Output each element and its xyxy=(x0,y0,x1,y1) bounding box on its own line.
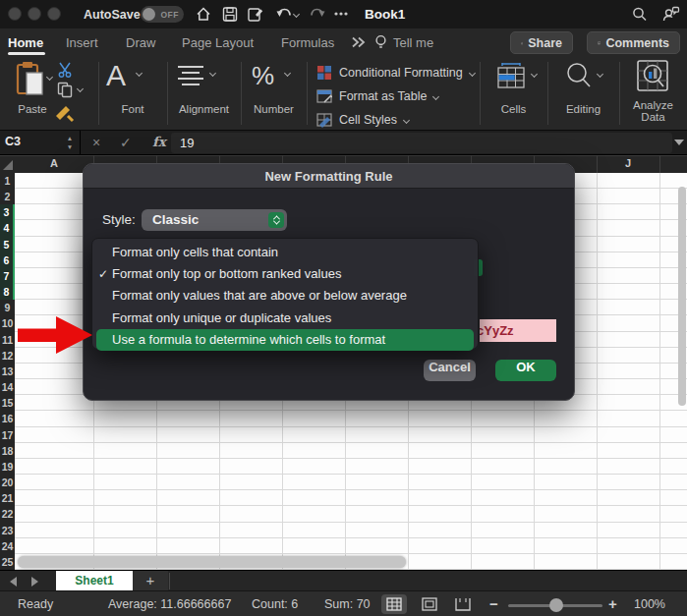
row-header-1[interactable]: 1 xyxy=(0,173,15,189)
zoom-window-icon[interactable] xyxy=(47,7,61,21)
close-window-icon[interactable] xyxy=(8,7,22,21)
row-header-10[interactable]: 10 xyxy=(0,315,15,331)
row-header-23[interactable]: 23 xyxy=(0,523,15,538)
row-header-24[interactable]: 24 xyxy=(0,538,15,554)
row-header-7[interactable]: 7 xyxy=(0,268,15,284)
editing-icon[interactable] xyxy=(564,62,592,89)
row-header-20[interactable]: 20 xyxy=(0,475,15,490)
share-button[interactable]: Share xyxy=(510,31,573,54)
alignment-chevron-icon[interactable] xyxy=(209,70,216,77)
row-header-6[interactable]: 6 xyxy=(0,252,15,268)
row-header-15[interactable]: 15 xyxy=(0,395,15,411)
vertical-scrollbar[interactable] xyxy=(678,187,686,406)
row-header-14[interactable]: 14 xyxy=(0,379,15,395)
row-header-9[interactable]: 9 xyxy=(0,300,15,315)
cell-styles-button[interactable]: Cell Styles xyxy=(316,112,409,128)
tab-draw[interactable]: Draw xyxy=(126,35,155,50)
paste-chevron-icon[interactable] xyxy=(46,74,53,81)
font-chevron-icon[interactable] xyxy=(136,70,143,77)
conditional-formatting-button[interactable]: Conditional Formatting xyxy=(316,65,475,81)
minimize-window-icon[interactable] xyxy=(28,7,41,21)
menu-item[interactable]: Format only values that are above or bel… xyxy=(92,285,478,307)
row-header-8[interactable]: 8 xyxy=(0,284,15,300)
name-box-stepper[interactable]: ▲▼ xyxy=(65,134,75,151)
save-icon[interactable] xyxy=(221,6,239,23)
editing-chevron-icon[interactable] xyxy=(597,71,603,78)
more-commands-icon[interactable] xyxy=(334,12,348,16)
normal-view-button[interactable] xyxy=(381,594,407,614)
select-all-corner[interactable] xyxy=(3,160,13,170)
next-sheet-icon[interactable] xyxy=(31,577,38,587)
redo-icon[interactable] xyxy=(309,6,326,23)
column-header-a[interactable]: A xyxy=(15,157,93,169)
row-header-12[interactable]: 12 xyxy=(0,348,15,364)
format-as-table-button[interactable]: Format as Table xyxy=(316,88,438,104)
add-sheet-button[interactable]: + xyxy=(133,571,168,591)
tab-formulas[interactable]: Formulas xyxy=(281,35,334,50)
tab-home[interactable]: Home xyxy=(8,35,43,50)
row-header-13[interactable]: 13 xyxy=(0,364,15,379)
analyze-data-icon[interactable] xyxy=(637,60,668,91)
tab-page-layout[interactable]: Page Layout xyxy=(182,35,254,50)
zoom-level[interactable]: 100% xyxy=(634,597,665,611)
cancel-entry-icon[interactable]: × xyxy=(92,135,100,150)
row-header-17[interactable]: 17 xyxy=(0,427,15,443)
copy-chevron-icon[interactable] xyxy=(77,85,84,92)
tab-insert[interactable]: Insert xyxy=(66,35,98,50)
confirm-entry-icon[interactable]: ✓ xyxy=(120,135,132,150)
menu-item[interactable]: Use a formula to determine which cells t… xyxy=(96,329,474,351)
comments-button[interactable]: Comments xyxy=(587,31,680,54)
format-painter-icon[interactable] xyxy=(54,104,76,124)
number-icon[interactable]: % xyxy=(252,61,274,91)
alignment-icon[interactable] xyxy=(177,65,204,86)
number-chevron-icon[interactable] xyxy=(284,70,291,77)
formula-input[interactable]: 19 xyxy=(171,133,672,153)
page-break-view-button[interactable] xyxy=(450,594,476,614)
formula-bar-expand-icon[interactable] xyxy=(674,140,684,145)
row-header-3[interactable]: 3 xyxy=(0,204,15,220)
zoom-slider-thumb[interactable] xyxy=(549,598,563,612)
column-header-j[interactable]: J xyxy=(597,157,659,169)
font-icon[interactable]: A xyxy=(106,59,126,92)
menu-item[interactable]: Format only cells that contain xyxy=(92,242,478,263)
style-dropdown[interactable]: Classic xyxy=(142,209,287,231)
share-person-icon[interactable] xyxy=(662,6,680,23)
cells-icon[interactable] xyxy=(496,63,526,88)
row-header-4[interactable]: 4 xyxy=(0,220,15,236)
row-header-18[interactable]: 18 xyxy=(0,443,15,459)
row-header-11[interactable]: 11 xyxy=(0,332,15,348)
save-as-icon[interactable] xyxy=(247,6,264,23)
row-header-21[interactable]: 21 xyxy=(0,490,15,506)
home-icon[interactable] xyxy=(195,6,212,23)
cells-chevron-icon[interactable] xyxy=(531,71,538,78)
horizontal-scrollbar[interactable] xyxy=(18,556,406,568)
insert-function-icon[interactable]: fx xyxy=(152,134,166,149)
previous-sheet-icon[interactable] xyxy=(10,577,17,587)
zoom-in-button[interactable]: + xyxy=(608,595,617,612)
ok-button[interactable]: OK xyxy=(495,360,556,381)
cut-icon[interactable] xyxy=(57,62,73,78)
row-header-25[interactable]: 25 xyxy=(0,554,15,570)
sheet-tab-sheet1[interactable]: Sheet1 xyxy=(56,571,133,591)
autosave-toggle[interactable]: OFF xyxy=(141,6,184,23)
page-layout-view-button[interactable] xyxy=(417,594,442,614)
copy-icon[interactable] xyxy=(57,82,73,98)
cell-styles-label: Cell Styles xyxy=(339,113,397,127)
dialog-title[interactable]: New Formatting Rule xyxy=(84,164,574,189)
undo-chevron-icon[interactable] xyxy=(293,11,300,18)
row-header-2[interactable]: 2 xyxy=(0,189,15,204)
menu-item[interactable]: ✓Format only top or bottom ranked values xyxy=(92,263,478,285)
undo-icon[interactable] xyxy=(275,6,293,23)
menu-item[interactable]: Format only unique or duplicate values xyxy=(92,308,478,329)
cancel-button[interactable]: Cancel xyxy=(424,360,476,381)
tab-overflow-icon[interactable] xyxy=(351,36,367,48)
search-icon[interactable] xyxy=(631,6,649,23)
row-header-16[interactable]: 16 xyxy=(0,411,15,426)
zoom-out-button[interactable]: − xyxy=(489,595,498,612)
paste-icon[interactable] xyxy=(16,61,45,98)
row-header-19[interactable]: 19 xyxy=(0,459,15,475)
row-header-5[interactable]: 5 xyxy=(0,237,15,252)
row-header-22[interactable]: 22 xyxy=(0,506,15,522)
tell-me-label[interactable]: Tell me xyxy=(393,35,433,50)
name-box[interactable]: C3 xyxy=(5,135,21,148)
